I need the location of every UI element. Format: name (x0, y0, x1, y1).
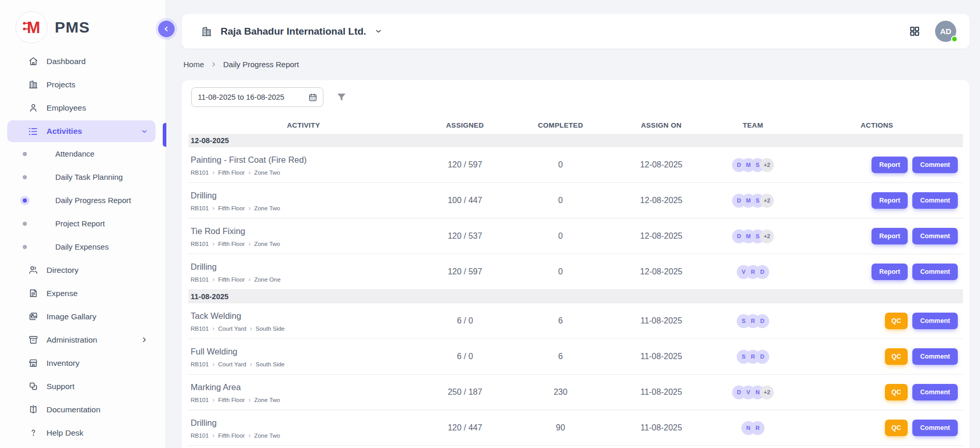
assign-on-cell: 11-08-2025 (610, 316, 713, 326)
report-button[interactable]: Report (872, 264, 908, 280)
path-segment: Fifth Floor (218, 205, 245, 211)
sidebar-item-activities[interactable]: Activities (7, 120, 155, 142)
path-segment: Court Yard (218, 361, 246, 367)
sidebar-subitem-daily-task-planning[interactable]: Daily Task Planning (0, 165, 166, 189)
path-segment: RB101 (191, 169, 209, 176)
team-more-count: +2 (760, 229, 774, 243)
activity-title: Tie Rod Fixing (191, 226, 418, 236)
sidebar-subitem-daily-expenses[interactable]: Daily Expenses (0, 235, 166, 258)
table-row: Full WeldingRB101›Court Yard›South Side6… (189, 339, 963, 375)
assigned-cell: 120 / 447 (418, 423, 511, 432)
report-button[interactable]: Report (872, 192, 908, 209)
comment-button[interactable]: Comment (912, 157, 958, 173)
table-row: Marking AreaRB101›Fifth Floor›Zone Two25… (189, 375, 963, 410)
table-row: DrillingRB101›Fifth Floor›Zone Two100 / … (189, 183, 963, 219)
assign-on-cell: 12-08-2025 (610, 231, 713, 241)
sidebar-nav: DashboardProjectsEmployeesActivitiesAtte… (0, 50, 166, 444)
sidebar-item-label: Dashboard (46, 57, 155, 66)
comment-button[interactable]: Comment (912, 384, 958, 400)
sidebar-item-dashboard[interactable]: Dashboard (7, 50, 155, 73)
comment-button[interactable]: Comment (912, 192, 958, 209)
report-button[interactable]: Report (872, 228, 908, 244)
company-selector[interactable]: Raja Bahadur International Ltd. (200, 25, 383, 38)
actions-cell: ReportComment (793, 157, 961, 173)
chevron-right-icon: › (212, 326, 214, 332)
assigned-cell: 120 / 597 (418, 160, 511, 169)
table-row: Tack WeldingRB101›Court Yard›South Side6… (189, 303, 963, 339)
sidebar-subitem-attendance[interactable]: Attendance (0, 142, 166, 165)
path-segment: Zone Two (254, 169, 280, 176)
sidebar-item-support[interactable]: Support (7, 375, 155, 398)
team-more-count: +2 (760, 158, 774, 172)
table-body: 12-08-2025Painting - First Coat (Fire Re… (189, 134, 963, 446)
activity-cell: DrillingRB101›Fifth Floor›Zone Two (189, 190, 418, 211)
sidebar-item-administration[interactable]: Administration (7, 328, 155, 351)
column-header-actions: ACTIONS (793, 121, 961, 129)
date-range-input[interactable]: 11-08-2025 to 16-08-2025 (191, 87, 323, 107)
path-segment: Fifth Floor (218, 276, 245, 283)
sidebar-item-image-gallary[interactable]: Image Gallary (7, 305, 155, 328)
path-segment: RB101 (191, 326, 209, 332)
path-segment: Fifth Floor (218, 169, 245, 176)
sidebar-item-help-desk[interactable]: Help Desk (7, 421, 155, 444)
sidebar-collapse-button[interactable] (158, 21, 175, 37)
activity-title: Drilling (191, 262, 418, 272)
assigned-cell: 6 / 0 (418, 352, 511, 361)
sidebar-item-documentation[interactable]: Documentation (7, 398, 155, 421)
qc-button[interactable]: QC (885, 348, 908, 365)
path-segment: RB101 (191, 241, 209, 247)
building-icon (28, 79, 39, 90)
sidebar: M PMS DashboardProjectsEmployeesActiviti… (0, 0, 166, 448)
activity-cell: Painting - First Coat (Fire Red)RB101›Fi… (189, 154, 418, 176)
activity-title: Drilling (191, 418, 418, 428)
breadcrumb-home-link[interactable]: Home (183, 60, 204, 69)
actions-cell: QCComment (793, 420, 961, 436)
team-cell: DMS+2 (713, 229, 793, 243)
completed-cell: 0 (511, 160, 610, 169)
sidebar-item-employees[interactable]: Employees (7, 96, 155, 119)
table-row: Tie Rod FixingRB101›Fifth Floor›Zone Two… (189, 219, 963, 254)
assigned-cell: 100 / 447 (418, 196, 511, 205)
sidebar-item-label: Image Gallary (46, 312, 155, 321)
activity-title: Full Welding (191, 347, 418, 357)
activity-cell: Tack WeldingRB101›Court Yard›South Side (189, 310, 418, 332)
comment-button[interactable]: Comment (912, 348, 958, 365)
chevron-right-icon: › (212, 205, 214, 211)
completed-cell: 6 (511, 352, 610, 361)
comment-button[interactable]: Comment (912, 228, 958, 244)
activity-title: Tack Welding (191, 311, 418, 321)
comment-button[interactable]: Comment (912, 313, 958, 329)
sidebar-subitem-daily-progress-report[interactable]: Daily Progress Report (0, 189, 166, 212)
user-avatar[interactable]: AD (935, 21, 956, 42)
qc-button[interactable]: QC (885, 420, 908, 436)
bullet-dot-icon (23, 198, 27, 203)
path-segment: RB101 (191, 361, 209, 367)
sidebar-item-directory[interactable]: Directory (7, 258, 155, 282)
comment-button[interactable]: Comment (912, 420, 958, 436)
squares-icon (28, 381, 39, 392)
chevron-left-icon (162, 25, 170, 33)
team-more-count: +2 (760, 194, 774, 208)
sidebar-item-projects[interactable]: Projects (7, 73, 155, 96)
table-header-row: ACTIVITYASSIGNEDCOMPLETEDASSIGN ONTEAMAC… (189, 116, 963, 134)
filter-funnel-icon[interactable] (336, 91, 347, 103)
report-button[interactable]: Report (872, 157, 908, 173)
sidebar-item-expense[interactable]: Expense (7, 282, 155, 305)
sidebar-subitem-project-report[interactable]: Project Report (0, 212, 166, 235)
users-icon (28, 265, 39, 275)
qc-button[interactable]: QC (885, 313, 908, 329)
assign-on-cell: 12-08-2025 (610, 160, 713, 169)
qc-button[interactable]: QC (885, 384, 908, 400)
apps-grid-icon[interactable] (909, 25, 921, 37)
chevron-right-icon: › (250, 361, 252, 367)
activity-title: Drilling (191, 191, 418, 200)
column-header-assign-on: ASSIGN ON (610, 121, 713, 129)
actions-cell: QCComment (793, 313, 961, 329)
completed-cell: 6 (511, 316, 610, 326)
sidebar-item-inventory[interactable]: Inventory (7, 351, 155, 375)
assign-on-cell: 11-08-2025 (610, 388, 713, 397)
sidebar-subitem-label: Project Report (55, 219, 105, 228)
sidebar-subitem-label: Daily Task Planning (55, 173, 123, 181)
comment-button[interactable]: Comment (912, 264, 958, 280)
actions-cell: QCComment (793, 384, 961, 400)
